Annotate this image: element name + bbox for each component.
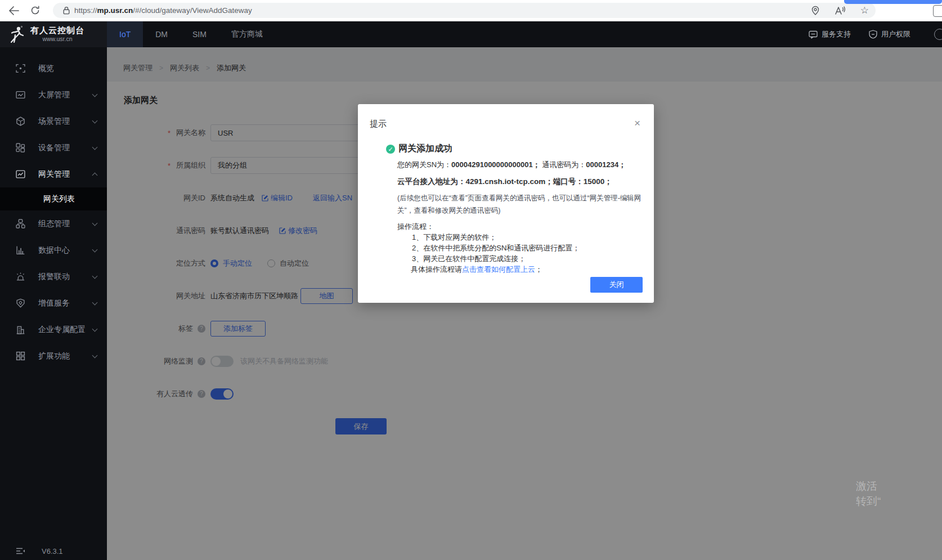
chevron-down-icon <box>92 247 98 252</box>
browser-edge-partial-icon <box>933 5 942 17</box>
flow-title: 操作流程： <box>397 221 640 232</box>
location-pin-icon[interactable] <box>811 6 820 16</box>
close-button[interactable]: 关闭 <box>590 277 643 293</box>
sidebar-item-value-services[interactable]: 增值服务 <box>0 290 107 316</box>
windows-activation-watermark: 激活 转到“ <box>856 478 881 509</box>
tab-official-store[interactable]: 官方商城 <box>219 21 275 47</box>
gateway-chart-icon <box>16 169 25 179</box>
chevron-down-icon <box>92 91 98 97</box>
dialog-title: 提示 <box>370 119 387 129</box>
config-guide-link[interactable]: 点击查看如何配置上云 <box>462 265 535 274</box>
favorite-star-icon[interactable]: ☆ <box>860 6 869 15</box>
app-header: 有人云控制台 www.usr.cn IoT DM SIM 官方商城 服务支持 用… <box>0 21 942 47</box>
sidebar-item-enterprise-config[interactable]: 企业专属配置 <box>0 316 107 343</box>
flow-step: 2、在软件中把系统分配的SN和通讯密码进行配置； <box>412 243 640 253</box>
chevron-down-icon <box>92 144 98 150</box>
sn-password-line: 您的网关SN为：00004291000000000001； 通讯密码为：0000… <box>397 159 640 170</box>
close-icon[interactable]: × <box>634 119 640 128</box>
device-grid-icon <box>16 143 25 153</box>
sidebar: 概览 大屏管理 场景管理 设备管理 网关管理 <box>0 47 107 560</box>
version-label: V6.3.1 <box>42 547 63 555</box>
avatar-partial-icon[interactable] <box>934 29 942 40</box>
prompt-dialog: 提示 × ✓ 网关添加成功 您的网关SN为：000042910000000000… <box>358 104 654 303</box>
chevron-down-icon <box>92 352 98 358</box>
chevron-down-icon <box>92 273 98 279</box>
big-screen-icon <box>16 90 25 100</box>
chat-icon <box>809 30 818 39</box>
browser-back-button[interactable] <box>6 3 21 19</box>
address-bar[interactable]: https://mp.usr.cn/#/cloud/gateway/ViewAd… <box>53 3 876 18</box>
app-title: 有人云控制台 <box>30 26 84 35</box>
building-icon <box>16 325 25 334</box>
success-check-icon: ✓ <box>386 145 395 154</box>
flow-step: 1、下载对应网关的软件； <box>412 232 640 243</box>
shield-icon <box>869 30 877 39</box>
tab-iot[interactable]: IoT <box>107 21 143 47</box>
user-permission-button[interactable]: 用户权限 <box>869 29 910 39</box>
sidebar-item-alarm-linkage[interactable]: 报警联动 <box>0 263 107 290</box>
service-support-button[interactable]: 服务支持 <box>809 29 851 39</box>
apps-grid-icon <box>16 351 25 361</box>
read-aloud-icon[interactable] <box>835 6 846 15</box>
topology-icon <box>16 219 25 229</box>
sidebar-item-screen-mgmt[interactable]: 大屏管理 <box>0 82 107 108</box>
sidebar-item-gateway-list[interactable]: 网关列表 <box>0 187 107 210</box>
sidebar-collapse-icon[interactable] <box>16 548 25 554</box>
browser-toolbar: https://mp.usr.cn/#/cloud/gateway/ViewAd… <box>0 0 942 21</box>
sidebar-item-gateway-mgmt[interactable]: 网关管理 <box>0 161 107 187</box>
sidebar-item-config-mgmt[interactable]: 组态管理 <box>0 210 107 237</box>
cloud-address-line: 云平台接入地址为：4291.cnsh.iot-tcp.com；端口号：15000… <box>397 176 640 187</box>
overview-icon <box>16 64 25 73</box>
sidebar-item-data-center[interactable]: 数据中心 <box>0 237 107 263</box>
chevron-down-icon <box>92 326 98 331</box>
top-nav: IoT DM SIM 官方商城 <box>107 21 275 47</box>
chevron-down-icon <box>92 118 98 123</box>
screen: https://mp.usr.cn/#/cloud/gateway/ViewAd… <box>0 0 942 560</box>
chevron-down-icon <box>92 220 98 226</box>
note-text: (后续您也可以在“查看”页面查看网关的通讯密码，也可以通过“网关管理-编辑网关”… <box>397 192 652 217</box>
logo[interactable]: 有人云控制台 www.usr.cn <box>0 21 107 47</box>
sidebar-item-device-mgmt[interactable]: 设备管理 <box>0 135 107 161</box>
bar-chart-icon <box>16 245 25 255</box>
flow-step: 3、网关已在软件中配置完成连接； <box>412 253 640 264</box>
success-title: 网关添加成功 <box>398 143 452 155</box>
sidebar-item-scene-mgmt[interactable]: 场景管理 <box>0 108 107 135</box>
config-guide-line: 具体操作流程请点击查看如何配置上云； <box>411 264 640 275</box>
shield-diamond-icon <box>16 298 25 308</box>
lock-icon <box>63 6 70 15</box>
url-text: https://mp.usr.cn/#/cloud/gateway/ViewAd… <box>74 6 252 15</box>
app-subtitle: www.usr.cn <box>30 36 84 43</box>
alarm-siren-icon <box>16 272 25 281</box>
scene-cube-icon <box>16 117 25 126</box>
tab-dm[interactable]: DM <box>143 21 180 47</box>
browser-refresh-button[interactable] <box>27 3 43 19</box>
usr-runner-logo-icon <box>9 25 26 43</box>
sidebar-item-extensions[interactable]: 扩展功能 <box>0 343 107 369</box>
sidebar-item-overview[interactable]: 概览 <box>0 55 107 82</box>
chevron-up-icon <box>92 173 98 178</box>
browser-blue-strip <box>844 0 942 4</box>
chevron-down-icon <box>92 299 98 305</box>
tab-sim[interactable]: SIM <box>180 21 219 47</box>
